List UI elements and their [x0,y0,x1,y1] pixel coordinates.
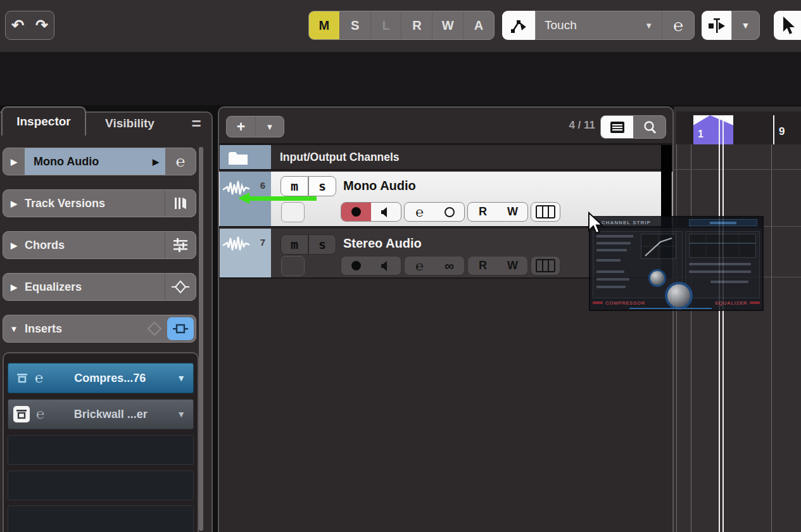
add-track-group: + ▼ [226,116,284,137]
param-row [596,270,624,273]
record-monitor-group [341,256,401,276]
event-display: 1 9 [674,106,801,532]
plugin-title-bar[interactable]: CHANNEL STRIP [590,217,762,228]
track-name[interactable]: Mono Audio [343,179,416,193]
find-track-button[interactable] [633,116,665,138]
edit-channel-button[interactable]: ℮ [405,203,434,221]
inspector-track-header[interactable]: ▶ Mono Audio ▶ ℮ [3,148,196,175]
stereo-indicator[interactable]: ∞ [434,256,464,275]
locator-label: 1 [698,129,703,140]
insert-slot-1[interactable]: ℮ Compres...76 ▼ [8,363,194,393]
grid-line [676,144,677,532]
inserts-bypass-button[interactable] [167,317,194,340]
read-automation-button[interactable]: R [468,203,498,221]
suspend-listen-button[interactable]: L [370,11,401,39]
insert-slot-3-empty[interactable] [8,435,194,465]
mute-button[interactable]: m [281,234,308,255]
bypass-active-button[interactable] [13,406,30,422]
track-number: 7 [260,237,265,248]
inspector-scrollbar[interactable] [199,147,203,531]
preset-dropdown[interactable] [689,219,757,226]
record-enable-button[interactable] [341,203,371,221]
mono-indicator[interactable] [434,203,464,221]
object-selection-tool-button[interactable] [774,11,801,40]
inspector-track-name-area[interactable]: Mono Audio ▶ [25,148,165,175]
edit-plugin-button[interactable]: ℮ [35,370,43,386]
redo-button[interactable]: ↷ [30,11,54,39]
chords-icon [165,232,196,258]
suspend-all-button[interactable]: A [463,11,494,39]
chevron-down-icon[interactable]: ▼ [177,409,186,419]
suspend-mute-button[interactable]: M [309,11,339,39]
param-row [596,242,631,244]
automation-panel-button[interactable] [502,11,535,40]
section-chords[interactable]: ▶ Chords [3,231,196,259]
section-inserts[interactable]: ▼ Inserts [3,315,196,343]
automation-suspend-group: M S L R W A [308,11,495,40]
section-label: Equalizers [25,281,165,294]
folder-track-name[interactable]: Input/Output Channels [280,151,400,164]
section-track-versions[interactable]: ▶ Track Versions [3,189,196,217]
project-cursor-line[interactable] [719,115,720,532]
equalizer-label: EQUALIZER [715,300,747,306]
insert-plugin-name[interactable]: Brickwall ...er [44,408,177,421]
add-track-button[interactable]: + [227,117,255,137]
folder-track-strip[interactable] [220,145,271,169]
gain-knob[interactable] [648,269,666,287]
automation-edit-button[interactable]: ℮ [662,11,694,39]
write-automation-button[interactable]: W [498,203,527,221]
suspend-write-button[interactable]: W [432,11,463,39]
diamond-icon [147,321,162,336]
track-versions-icon [165,190,196,217]
suspend-solo-button[interactable]: S [339,11,370,39]
undo-button[interactable]: ↶ [6,11,30,39]
bypass-icon [172,323,189,334]
add-track-dropdown[interactable]: ▼ [255,117,284,137]
track-list-filter-button[interactable] [601,116,633,138]
inspector-menu-icon[interactable]: = [186,113,207,134]
chevron-down-icon[interactable]: ▼ [177,373,186,383]
project-cursor-line[interactable] [722,115,724,532]
insert-slot-5-empty[interactable] [8,505,194,532]
channel-strip-button[interactable] [531,202,560,222]
write-automation-button[interactable]: W [498,256,527,275]
read-automation-button[interactable]: R [468,256,498,275]
suspend-read-button[interactable]: R [401,11,432,39]
folder-track-row[interactable]: Input/Output Channels [219,145,672,170]
section-marker [593,301,603,304]
param-row [596,278,629,281]
record-enable-button[interactable] [341,256,371,275]
insert-plugin-name[interactable]: Compres...76 [43,372,177,385]
grid-line [674,169,801,170]
channel-strip-button[interactable] [531,256,560,276]
insert-slot-4-empty[interactable] [8,471,194,500]
automation-mode-select[interactable]: Touch ▼ [536,11,662,39]
param-row [710,281,748,283]
solo-button[interactable]: s [308,234,336,255]
tab-visibility[interactable]: Visibility [89,113,171,134]
timeline-ruler[interactable]: 1 9 [676,111,801,144]
section-marker [750,301,760,304]
grid-line [771,144,772,532]
resize-highlight [629,308,712,309]
insert-slot-2[interactable]: ℮ Brickwall ...er ▼ [8,399,194,429]
search-icon [642,120,657,135]
track-checkbox[interactable] [281,256,305,276]
edit-channel-button[interactable]: ℮ [165,148,196,175]
bypass-icon[interactable] [16,372,28,384]
track-checkbox[interactable] [281,202,305,222]
autoscroll-dropdown[interactable]: ▼ [731,11,760,40]
automation-curve-icon [510,16,527,34]
expand-arrow-icon: ▶ [3,199,25,208]
track-name[interactable]: Stereo Audio [343,236,422,251]
monitor-button[interactable] [371,256,401,275]
monitor-button[interactable] [371,203,401,221]
track-strip[interactable]: 7 [220,229,271,277]
output-knob[interactable] [665,282,693,310]
section-equalizers[interactable]: ▶ Equalizers [3,273,196,301]
autoscroll-button[interactable] [702,11,731,40]
edit-channel-button[interactable]: ℮ [405,256,434,275]
expand-arrow-icon[interactable]: ▶ [3,157,25,167]
tab-inspector[interactable]: Inspector [1,106,86,136]
edit-plugin-button[interactable]: ℮ [36,406,44,422]
